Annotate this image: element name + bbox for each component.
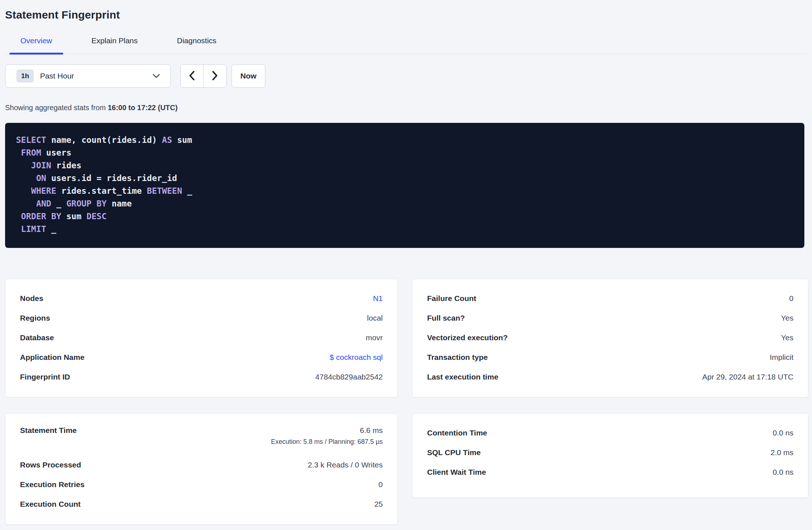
last-execution-time-value: Apr 29, 2024 at 17:18 UTC bbox=[702, 373, 793, 381]
table-row: Rows Processed 2.3 k Reads / 0 Writes bbox=[20, 455, 383, 475]
table-row: Fingerprint ID 4784cb829aab2542 bbox=[20, 367, 383, 387]
rows-processed-value: 2.3 k Reads / 0 Writes bbox=[308, 461, 383, 469]
nodes-link[interactable]: N1 bbox=[373, 294, 383, 303]
active-tab-underline bbox=[9, 53, 63, 55]
statement-time-breakdown: Execution: 5.8 ms / Planning: 687.5 µs bbox=[271, 438, 383, 446]
table-row: Execution Retries 0 bbox=[20, 475, 383, 494]
next-interval-button[interactable] bbox=[203, 65, 226, 87]
contention-time-label: Contention Time bbox=[427, 429, 487, 437]
tab-explain-plans-label: Explain Plans bbox=[92, 36, 138, 45]
table-row: Execution Count 25 bbox=[20, 494, 383, 514]
sql-statement: SELECT name, count(rides.id) AS sum FROM… bbox=[5, 123, 804, 248]
fingerprint-id-value: 4784cb829aab2542 bbox=[315, 373, 383, 381]
table-row: Regions local bbox=[20, 308, 383, 328]
statement-time-values: 6.6 ms Execution: 5.8 ms / Planning: 687… bbox=[271, 426, 383, 446]
table-row: Transaction type Implicit bbox=[427, 348, 793, 367]
regions-value: local bbox=[367, 314, 383, 322]
chevron-right-icon bbox=[210, 70, 219, 82]
execution-retries-label: Execution Retries bbox=[20, 480, 84, 489]
time-picker-row: 1h Past Hour Now bbox=[5, 64, 807, 88]
statement-time-label: Statement Time bbox=[20, 426, 77, 435]
time-shift-buttons bbox=[180, 64, 226, 88]
table-row: Statement Time 6.6 ms Execution: 5.8 ms … bbox=[20, 423, 383, 455]
table-row: Contention Time 0.0 ns bbox=[427, 423, 793, 443]
time-range-badge: 1h bbox=[16, 69, 34, 83]
regions-label: Regions bbox=[20, 314, 50, 322]
page-title: Statement Fingerprint bbox=[5, 9, 807, 21]
client-wait-time-label: Client Wait Time bbox=[427, 468, 486, 477]
execution-count-label: Execution Count bbox=[20, 500, 81, 509]
application-name-link[interactable]: $ cockroach sql bbox=[330, 353, 383, 362]
table-row: Application Name $ cockroach sql bbox=[20, 348, 383, 367]
execution-count-value: 25 bbox=[374, 500, 383, 509]
aggregated-stats-line: Showing aggregated stats from 16:00 to 1… bbox=[5, 104, 807, 112]
transaction-type-label: Transaction type bbox=[427, 353, 488, 362]
tab-diagnostics[interactable]: Diagnostics bbox=[166, 36, 228, 54]
transaction-type-value: Implicit bbox=[770, 353, 793, 362]
execution-attributes-card: Failure Count 0 Full scan? Yes Vectorize… bbox=[412, 279, 808, 397]
sql-cpu-time-label: SQL CPU Time bbox=[427, 448, 481, 457]
now-button[interactable]: Now bbox=[232, 64, 265, 88]
chevron-left-icon bbox=[188, 70, 196, 82]
failure-count-value: 0 bbox=[789, 294, 793, 303]
last-execution-time-label: Last execution time bbox=[427, 373, 498, 381]
sql-cpu-time-value: 2.0 ms bbox=[771, 448, 793, 457]
table-row: Last execution time Apr 29, 2024 at 17:1… bbox=[427, 367, 793, 387]
full-scan-value: Yes bbox=[781, 314, 793, 322]
table-row: Failure Count 0 bbox=[427, 289, 793, 308]
table-row: SQL CPU Time 2.0 ms bbox=[427, 443, 793, 462]
table-row: Client Wait Time 0.0 ns bbox=[427, 462, 793, 482]
tab-overview-label: Overview bbox=[20, 36, 52, 45]
statement-details-card: Nodes N1 Regions local Database movr App… bbox=[5, 279, 398, 397]
full-scan-label: Full scan? bbox=[427, 314, 465, 322]
previous-interval-button[interactable] bbox=[181, 65, 203, 87]
tab-bar: Overview Explain Plans Diagnostics bbox=[5, 36, 807, 54]
contention-time-value: 0.0 ns bbox=[773, 429, 793, 437]
execution-retries-value: 0 bbox=[378, 480, 383, 489]
time-range-label: Past Hour bbox=[40, 72, 152, 80]
nodes-label: Nodes bbox=[20, 294, 43, 303]
statement-time-value: 6.6 ms bbox=[360, 426, 383, 435]
chevron-down-icon bbox=[152, 73, 160, 79]
time-range-dropdown[interactable]: 1h Past Hour bbox=[5, 64, 171, 88]
wait-times-card: Contention Time 0.0 ns SQL CPU Time 2.0 … bbox=[412, 413, 808, 498]
table-row: Vectorized execution? Yes bbox=[427, 328, 793, 348]
database-value: movr bbox=[366, 333, 383, 342]
tab-overview[interactable]: Overview bbox=[9, 36, 63, 54]
tab-diagnostics-label: Diagnostics bbox=[177, 36, 217, 45]
fingerprint-id-label: Fingerprint ID bbox=[20, 373, 70, 381]
vectorized-execution-label: Vectorized execution? bbox=[427, 333, 508, 342]
failure-count-label: Failure Count bbox=[427, 294, 476, 303]
client-wait-time-value: 0.0 ns bbox=[773, 468, 793, 477]
table-row: Database movr bbox=[20, 328, 383, 348]
table-row: Nodes N1 bbox=[20, 289, 383, 308]
rows-processed-label: Rows Processed bbox=[20, 461, 81, 469]
aggregated-stats-prefix: Showing aggregated stats from bbox=[5, 104, 108, 112]
tab-explain-plans[interactable]: Explain Plans bbox=[81, 36, 149, 54]
cards-grid: Nodes N1 Regions local Database movr App… bbox=[5, 279, 807, 525]
statement-times-card: Statement Time 6.6 ms Execution: 5.8 ms … bbox=[5, 413, 398, 525]
aggregated-stats-range: 16:00 to 17:22 (UTC) bbox=[108, 104, 177, 112]
statement-fingerprint-page: Statement Fingerprint Overview Explain P… bbox=[0, 0, 812, 530]
table-row: Full scan? Yes bbox=[427, 308, 793, 328]
application-name-label: Application Name bbox=[20, 353, 84, 362]
vectorized-execution-value: Yes bbox=[781, 333, 793, 342]
database-label: Database bbox=[20, 333, 54, 342]
